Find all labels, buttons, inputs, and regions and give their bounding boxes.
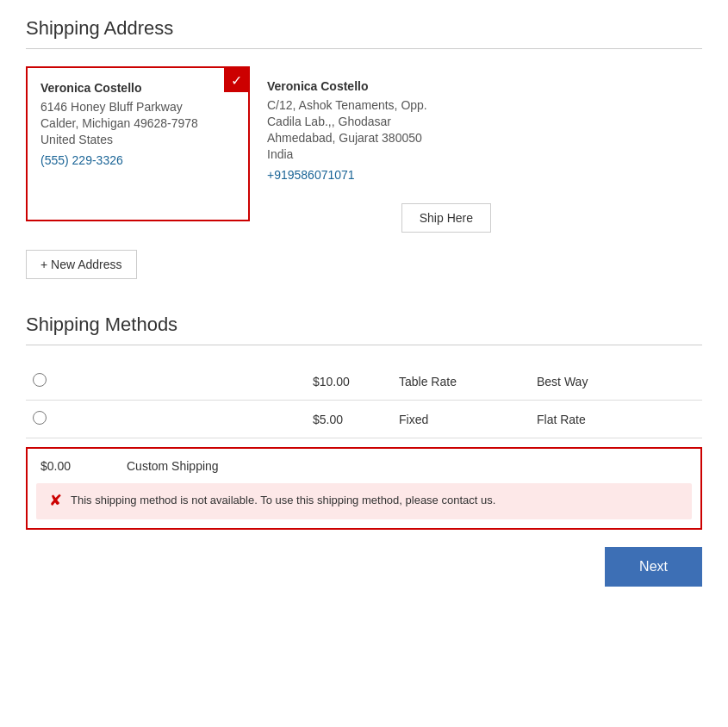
shipping-methods-title: Shipping Methods: [26, 314, 702, 336]
method2-radio[interactable]: [33, 411, 47, 425]
error-icon: ✘: [49, 492, 62, 511]
address1-phone[interactable]: (555) 229-3326: [40, 153, 235, 167]
custom-shipping-container: $0.00 Custom Shipping ✘ This shipping me…: [26, 447, 702, 530]
method2-price: $5.00: [306, 401, 392, 438]
shipping-address-title: Shipping Address: [26, 17, 702, 40]
new-address-button[interactable]: + New Address: [26, 250, 137, 279]
custom-shipping-label: Custom Shipping: [127, 459, 219, 473]
method1-carrier: Best Way: [530, 363, 702, 401]
address2-phone[interactable]: +919586071071: [267, 168, 491, 182]
custom-shipping-price: $0.00: [40, 459, 109, 473]
next-btn-container: Next: [26, 547, 702, 587]
address1-city-state: Calder, Michigan 49628-7978: [40, 116, 235, 130]
address2-country: India: [267, 147, 491, 161]
custom-shipping-header: $0.00 Custom Shipping: [28, 449, 700, 483]
method2-radio-cell: [26, 401, 306, 438]
method1-price: $10.00: [306, 363, 392, 401]
shipping-methods-table: $10.00 Table Rate Best Way $5.00 Fixed F…: [26, 363, 702, 438]
method2-carrier: Flat Rate: [530, 401, 702, 438]
method1-radio-cell: [26, 363, 306, 401]
address-cards-container: ✓ Veronica Costello 6146 Honey Bluff Par…: [26, 66, 702, 233]
address1-street: 6146 Honey Bluff Parkway: [40, 100, 235, 114]
next-button[interactable]: Next: [605, 547, 702, 587]
address2-name: Veronica Costello: [267, 79, 491, 93]
table-row: $5.00 Fixed Flat Rate: [26, 401, 702, 438]
ship-here-button[interactable]: Ship Here: [401, 203, 491, 233]
shipping-methods-section: Shipping Methods $10.00 Table Rate Best …: [26, 314, 702, 530]
address1-country: United States: [40, 133, 235, 146]
methods-divider: [26, 345, 702, 345]
selected-checkmark: ✓: [224, 68, 248, 92]
address-card-2[interactable]: Veronica Costello C/12, Ashok Tenaments,…: [267, 66, 491, 195]
address2-line2: Cadila Lab.,, Ghodasar: [267, 115, 491, 128]
address2-line3: Ahmedabad, Gujarat 380050: [267, 131, 491, 145]
address-card-1[interactable]: ✓ Veronica Costello 6146 Honey Bluff Par…: [26, 66, 250, 221]
custom-shipping-error-box: ✘ This shipping method is not available.…: [36, 483, 692, 519]
address1-name: Veronica Costello: [40, 81, 235, 95]
table-row: $10.00 Table Rate Best Way: [26, 363, 702, 401]
method1-name: Table Rate: [392, 363, 530, 401]
address2-column: Veronica Costello C/12, Ashok Tenaments,…: [267, 66, 491, 233]
address2-line1: C/12, Ashok Tenaments, Opp.: [267, 98, 491, 112]
error-message: This shipping method is not available. T…: [71, 492, 495, 509]
method2-name: Fixed: [392, 401, 530, 438]
method1-radio[interactable]: [33, 373, 47, 387]
section-divider: [26, 48, 702, 49]
